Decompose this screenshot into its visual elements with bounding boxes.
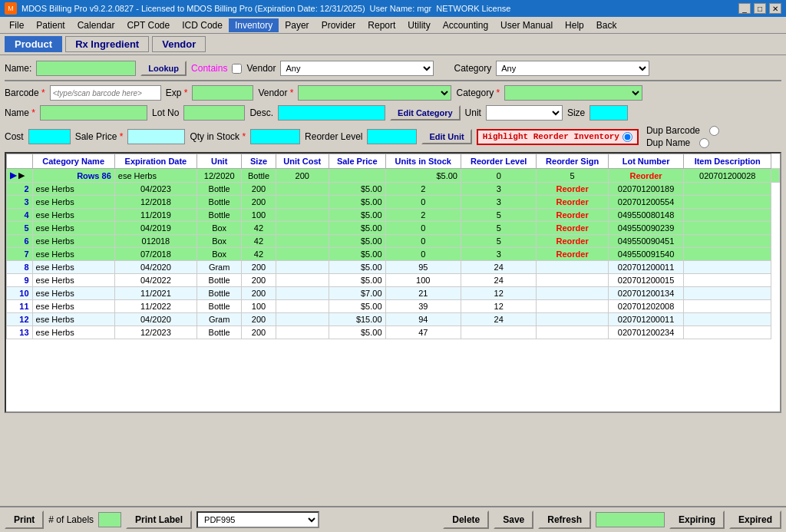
- table-row[interactable]: 2ese Herbs04/2023Bottle200$5.0023Reorder…: [7, 183, 780, 196]
- lookup-button[interactable]: Lookup: [140, 61, 187, 76]
- vendor-form-select[interactable]: [298, 85, 451, 101]
- minimize-btn[interactable]: _: [738, 3, 751, 14]
- table-row[interactable]: 10ese Herbs11/2021Bottle200$7.0021120207…: [7, 287, 780, 300]
- menu-back[interactable]: Back: [590, 18, 623, 32]
- name-form-input[interactable]: [40, 105, 147, 121]
- delete-button[interactable]: Delete: [443, 511, 489, 529]
- table-row[interactable]: 6ese Herbs012018Box42$5.0005Reorder04955…: [7, 235, 780, 248]
- maximize-btn[interactable]: □: [754, 3, 766, 14]
- tab-bar: Product Rx Ingredient Vendor: [0, 34, 786, 55]
- menu-user-manual[interactable]: User Manual: [494, 18, 559, 32]
- row-lot-num: 020701200011: [608, 313, 684, 326]
- category-form-select[interactable]: [504, 85, 642, 101]
- menu-help[interactable]: Help: [559, 18, 590, 32]
- row-unit-cost: [276, 248, 329, 261]
- exp-input[interactable]: [192, 85, 253, 101]
- save-button[interactable]: Save: [494, 511, 533, 529]
- col-reorder-sign: Reorder Sign: [537, 154, 608, 169]
- row-size: 200: [242, 313, 276, 326]
- row-item-desc: [684, 287, 771, 300]
- contains-checkbox[interactable]: [232, 64, 242, 74]
- printer-select[interactable]: PDF995: [196, 511, 319, 528]
- print-button[interactable]: Print: [5, 511, 44, 529]
- row-category: ese Herbs: [32, 248, 114, 261]
- refresh-button[interactable]: Refresh: [538, 511, 591, 529]
- tab-product[interactable]: Product: [5, 36, 62, 52]
- menu-utility[interactable]: Utility: [401, 18, 436, 32]
- table-row[interactable]: 11ese Herbs11/2022Bottle100$5.0039120207…: [7, 300, 780, 313]
- tab-rx-ingredient[interactable]: Rx Ingredient: [65, 36, 149, 52]
- table-row[interactable]: 5ese Herbs04/2019Box42$5.0005Reorder0495…: [7, 222, 780, 235]
- highlight-reorder-box: Highlight Reorder Inventory: [477, 129, 639, 145]
- row-sale-price: $5.00: [329, 248, 385, 261]
- row-item-desc: [771, 169, 780, 183]
- menu-provider[interactable]: Provider: [315, 18, 362, 32]
- menu-calendar[interactable]: Calendar: [71, 18, 121, 32]
- row-sale-price: $5.00: [329, 196, 385, 209]
- row-arrow: ▶ ▶: [7, 169, 33, 183]
- col-num: [7, 154, 33, 169]
- row-number: 12: [7, 313, 33, 326]
- dup-name-radio[interactable]: [699, 138, 709, 148]
- qty-stock-input[interactable]: [250, 129, 300, 144]
- menu-cpt-code[interactable]: CPT Code: [121, 18, 176, 32]
- edit-unit-button[interactable]: Edit Unit: [421, 129, 471, 144]
- row-item-desc: [684, 326, 771, 339]
- edit-category-button[interactable]: Edit Category: [390, 105, 461, 121]
- category-filter-select[interactable]: Any: [496, 61, 649, 76]
- print-label-button[interactable]: Print Label: [126, 511, 192, 529]
- row-number: 13: [7, 326, 33, 339]
- menu-icd-code[interactable]: ICD Code: [176, 18, 229, 32]
- row-units-stock: 0: [461, 169, 536, 183]
- table-row[interactable]: 13ese Herbs12/2023Bottle200$5.0047020701…: [7, 326, 780, 339]
- table-row[interactable]: 8ese Herbs04/2020Gram200$5.0095240207012…: [7, 261, 780, 274]
- table-row[interactable]: 12ese Herbs04/2020Gram200$15.00942402070…: [7, 313, 780, 326]
- size-input[interactable]: [590, 105, 628, 121]
- table-row[interactable]: 4ese Herbs11/2019Bottle100$5.0025Reorder…: [7, 209, 780, 222]
- close-btn[interactable]: ✕: [769, 3, 781, 14]
- expiring-button[interactable]: Expiring: [669, 511, 725, 529]
- table-row[interactable]: 3ese Herbs12/2018Bottle200$5.0003Reorder…: [7, 196, 780, 209]
- row-lot-num: 020701200134: [608, 287, 684, 300]
- name-search-input[interactable]: [36, 61, 136, 76]
- vendor-filter-select[interactable]: Any: [280, 61, 434, 76]
- menu-report[interactable]: Report: [362, 18, 401, 32]
- row-size: 100: [242, 209, 276, 222]
- table-row[interactable]: 9ese Herbs04/2022Bottle200$5.00100240207…: [7, 274, 780, 287]
- highlight-reorder-label: Highlight Reorder Inventory: [483, 132, 619, 141]
- desc-label: Desc.: [249, 107, 273, 118]
- barcode-input[interactable]: [50, 85, 161, 101]
- size-label: Size: [567, 107, 585, 118]
- row-unit: Bottle: [197, 326, 242, 339]
- row-category: ese Herbs: [32, 183, 114, 196]
- labels-count-input[interactable]: 1: [98, 512, 121, 527]
- unit-select[interactable]: [486, 105, 563, 121]
- reorder-level-input[interactable]: [367, 129, 417, 144]
- menu-payer[interactable]: Payer: [279, 18, 315, 32]
- expired-button[interactable]: Expired: [729, 511, 781, 529]
- tab-vendor[interactable]: Vendor: [152, 36, 206, 52]
- row-unit-cost: [276, 300, 329, 313]
- sale-price-input[interactable]: [127, 129, 185, 144]
- highlight-reorder-radio[interactable]: [623, 132, 632, 142]
- menu-inventory[interactable]: Inventory: [229, 18, 279, 32]
- menu-patient[interactable]: Patient: [30, 18, 71, 32]
- menu-accounting[interactable]: Accounting: [437, 18, 494, 32]
- row-reorder-level: 24: [461, 313, 536, 326]
- row-sale-price: $5.00: [329, 326, 385, 339]
- table-row[interactable]: 7ese Herbs07/2018Box42$5.0003Reorder0495…: [7, 248, 780, 261]
- row-size: 200: [242, 183, 276, 196]
- row-sale-price: $5.00: [329, 300, 385, 313]
- menu-file[interactable]: File: [3, 18, 30, 32]
- inventory-grid[interactable]: Category Name Expiration Date Unit Size …: [5, 152, 781, 413]
- row-number: 10: [7, 287, 33, 300]
- row-reorder-sign: Reorder: [537, 222, 608, 235]
- lot-input[interactable]: [183, 105, 245, 121]
- desc-input[interactable]: [278, 105, 385, 121]
- cost-input[interactable]: [28, 129, 71, 144]
- table-row[interactable]: ▶ ▶Rows 86ese Herbs12/2020Bottle200$5.00…: [7, 169, 780, 183]
- sale-price-label: Sale Price *: [75, 131, 124, 142]
- date-input[interactable]: 09/23/2022: [596, 512, 665, 527]
- row-reorder-level: 5: [537, 169, 608, 183]
- dup-barcode-radio[interactable]: [709, 126, 719, 136]
